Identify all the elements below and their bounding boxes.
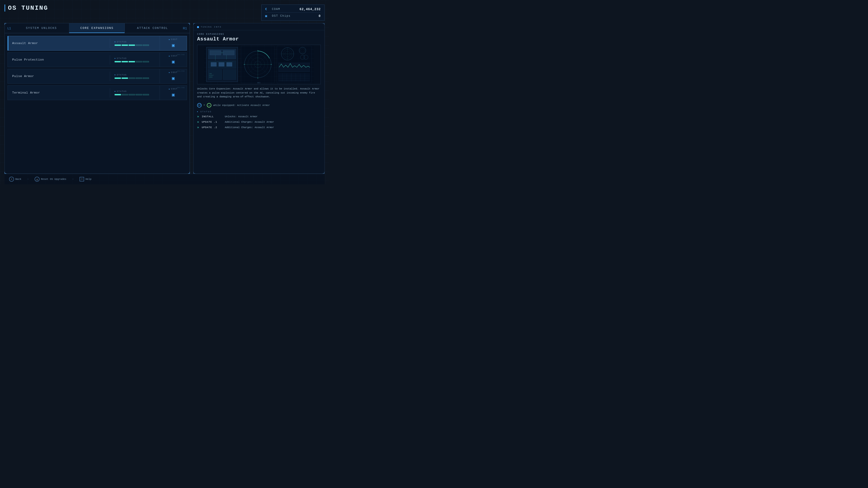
item-cost: COST ▣ bbox=[160, 36, 187, 51]
cost-label: COST bbox=[169, 38, 178, 41]
cost-icon: ▣ bbox=[172, 42, 175, 48]
list-item[interactable]: ONLINE Pulse Armor STATUS COST bbox=[7, 69, 187, 84]
status-bars bbox=[115, 44, 155, 46]
status-bar bbox=[129, 77, 135, 79]
item-status: STATUS bbox=[110, 39, 160, 48]
status-bar bbox=[143, 94, 149, 95]
separator: · bbox=[72, 177, 74, 181]
status-section-header: STATUS bbox=[193, 110, 324, 115]
chips-icon: ▣ bbox=[265, 14, 270, 18]
button-hint: L3 + △ while equipped: Activate Assault … bbox=[193, 102, 324, 110]
status-bar bbox=[129, 94, 135, 95]
item-name: Pulse Armor bbox=[8, 70, 110, 83]
back-button-icon: ○ bbox=[9, 177, 14, 182]
svg-rect-26 bbox=[210, 51, 221, 55]
tuning-name: Assault Armor bbox=[193, 36, 324, 45]
tab-core-expansions[interactable]: CORE EXPANSIONS bbox=[69, 23, 125, 33]
item-corner: ONLINE bbox=[177, 87, 185, 89]
status-row-value: Unlocks: Assault Armor bbox=[225, 115, 257, 118]
tuning-info-label: TUNING INFO bbox=[193, 23, 324, 30]
status-label: STATUS bbox=[115, 57, 155, 60]
svg-rect-27 bbox=[223, 51, 234, 55]
status-rows: » INSTALL Unlocks: Assault Armor » UPDAT… bbox=[193, 115, 324, 129]
bottom-bar: ○ Back · △ Reset OS Upgrades · □ Help bbox=[4, 174, 324, 184]
status-row-install: » INSTALL Unlocks: Assault Armor bbox=[197, 115, 321, 119]
reset-button-icon: △ bbox=[35, 177, 39, 182]
svg-text:CORE: CORE bbox=[209, 73, 212, 74]
status-bars bbox=[115, 94, 155, 95]
status-bar bbox=[122, 77, 128, 79]
status-row-update1: » UPDATE .1 Additional Charges: Assault … bbox=[197, 120, 321, 124]
status-label: STATUS bbox=[115, 90, 155, 93]
arrow-icon: » bbox=[197, 115, 199, 119]
status-bar bbox=[135, 44, 142, 46]
status-bars bbox=[115, 61, 155, 62]
back-hint: ○ Back bbox=[9, 177, 21, 182]
svg-rect-65 bbox=[278, 73, 309, 82]
item-status: STATUS bbox=[110, 72, 160, 81]
button-hint-text: while equipped: Activate Assault Armor bbox=[213, 104, 270, 107]
item-corner: ONLINE bbox=[177, 54, 185, 56]
tab-nav-right[interactable]: R1 bbox=[180, 23, 190, 33]
status-bar bbox=[143, 44, 149, 46]
tab-attack-control[interactable]: ATTACK CONTROL bbox=[125, 23, 180, 33]
coam-icon: € bbox=[265, 7, 270, 11]
status-row-label: INSTALL bbox=[202, 115, 222, 118]
status-bar bbox=[122, 61, 128, 62]
tab-nav-left[interactable]: L1 bbox=[5, 23, 14, 33]
list-item[interactable]: ONLINE Pulse Protection STATUS C bbox=[7, 53, 187, 67]
svg-rect-64 bbox=[278, 63, 309, 72]
status-bars bbox=[115, 77, 155, 79]
svg-rect-37 bbox=[223, 70, 236, 79]
currency-panel: € COAM 62,464,232 ▣ OST Chips 0 bbox=[261, 4, 324, 21]
cost-icon: ▣ bbox=[172, 59, 175, 65]
status-bar bbox=[129, 44, 135, 46]
status-row-label: UPDATE .2 bbox=[202, 126, 222, 129]
chips-value: 0 bbox=[319, 14, 321, 18]
help-hint: □ Help bbox=[80, 177, 91, 182]
plus-sign: + bbox=[204, 104, 205, 107]
status-bar bbox=[122, 44, 128, 46]
help-label: Help bbox=[86, 178, 91, 181]
status-bar bbox=[143, 77, 149, 79]
list-item[interactable]: Assault Armor STATUS COST ▣ bbox=[7, 36, 187, 51]
right-panel: TUNING INFO CORE EXPANSIONS Assault Armo… bbox=[193, 23, 324, 174]
page-title: OS TUNING bbox=[4, 4, 48, 11]
preview-area: CORE ASSAULT ARMOR bbox=[197, 45, 321, 84]
coam-label: COAM bbox=[272, 8, 297, 11]
cost-icon: ▣ bbox=[172, 75, 175, 81]
item-status: STATUS bbox=[110, 55, 160, 65]
l3-button: L3 bbox=[197, 103, 202, 107]
arrow-icon: » bbox=[197, 120, 199, 124]
svg-text:ASSAULT: ASSAULT bbox=[209, 74, 214, 76]
separator: · bbox=[27, 177, 29, 181]
list-item[interactable]: ONLINE Terminal Armor STATUS COS bbox=[7, 86, 187, 100]
status-row-value: Additional Charges: Assault Armor bbox=[225, 126, 274, 129]
help-button-icon: □ bbox=[80, 177, 84, 182]
status-bar bbox=[143, 61, 149, 62]
item-name: Assault Armor bbox=[8, 37, 110, 50]
status-bar bbox=[115, 44, 121, 46]
status-bar bbox=[115, 77, 121, 79]
item-name: Terminal Armor bbox=[8, 86, 110, 99]
status-label: STATUS bbox=[115, 74, 155, 76]
status-row-label: UPDATE .1 bbox=[202, 121, 222, 123]
status-bar bbox=[135, 61, 142, 62]
svg-rect-33 bbox=[211, 62, 217, 66]
cost-icon: ▣ bbox=[172, 92, 175, 98]
arrow-icon: » bbox=[197, 126, 199, 129]
item-status: STATUS bbox=[110, 88, 160, 98]
cost-label: COST bbox=[169, 71, 178, 74]
tab-bar: L1 SYSTEM UNLOCKS CORE EXPANSIONS ATTACK… bbox=[5, 23, 190, 33]
triangle-button: △ bbox=[207, 103, 211, 107]
svg-rect-34 bbox=[219, 62, 224, 66]
status-bar bbox=[129, 61, 135, 62]
status-bar bbox=[135, 94, 142, 95]
back-label: Back bbox=[16, 178, 21, 181]
status-bar bbox=[135, 77, 142, 79]
coam-value: 62,464,232 bbox=[300, 7, 321, 11]
tab-system-unlocks[interactable]: SYSTEM UNLOCKS bbox=[14, 23, 69, 33]
status-bar bbox=[115, 61, 121, 62]
cost-label: COST bbox=[169, 88, 178, 90]
status-row-value: Additional Charges: Assault Armor bbox=[225, 121, 274, 123]
